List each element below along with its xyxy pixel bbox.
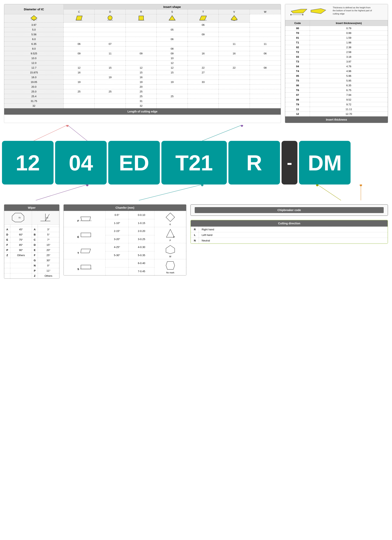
code-cell: 05	[285, 74, 310, 78]
thickness-row: 022.38	[285, 45, 388, 50]
connector-lines-top	[4, 125, 388, 141]
thickness-row: 055.96	[285, 74, 388, 78]
wiper-col1: E	[4, 237, 10, 242]
thickness-row: T66.75	[285, 88, 388, 93]
diameter-cell: 8.0	[4, 46, 64, 51]
thickness-row: T55.95	[285, 78, 388, 83]
wiper-val2: 5°	[38, 232, 59, 237]
thickness-row: 033.18	[285, 55, 388, 59]
wiper-row: N0°	[4, 263, 59, 268]
diameter-cell: 6.0	[4, 37, 64, 42]
chamfer-value: 1-0.15	[129, 219, 154, 227]
col-S-label: S	[157, 10, 188, 14]
icon-C	[4, 14, 64, 23]
cell-R: 12	[125, 65, 156, 70]
chamfer-row: E 2-15°2-0.20 PP	[64, 227, 186, 235]
right-table-wrapper: Thickness is defined as the height from …	[285, 4, 388, 123]
chamfer-row: S 6-0.40 No mark	[64, 259, 186, 267]
svg-text:αn: αn	[46, 217, 48, 219]
cd-code: L	[191, 232, 199, 238]
diameter-cell: 9.525	[4, 51, 64, 56]
wiper-row: D60°B5°	[4, 232, 59, 237]
wiper-col3-header	[32, 225, 38, 227]
wiper-col1: P	[4, 248, 10, 253]
cell-V	[219, 104, 250, 108]
cell-C: 25	[64, 89, 94, 94]
svg-line-26	[139, 185, 202, 200]
svg-line-28	[317, 185, 341, 200]
cell-C	[64, 46, 94, 51]
wiper-icon-right: αn	[32, 211, 59, 225]
wiper-col1: A	[4, 227, 10, 232]
insert-shape-cell: W	[154, 243, 186, 259]
cell-W	[250, 75, 281, 80]
wiper-val2: 30°	[38, 258, 59, 263]
cd-desc: Neutral	[199, 238, 388, 243]
code-block: 04	[55, 141, 107, 185]
svg-point-23	[241, 125, 243, 127]
cell-W	[250, 27, 281, 32]
cell-C: 06	[64, 42, 94, 46]
cell-D	[94, 94, 125, 99]
cell-D	[94, 70, 125, 75]
cutting-dir-header: Cutting direction	[191, 220, 388, 227]
wiper-col1	[4, 273, 10, 279]
thickness-col-header: Insert thickness(mm)	[310, 20, 388, 26]
cell-R	[125, 27, 156, 32]
table-row: 3.9706	[4, 23, 281, 27]
table-row: 12.012	[4, 61, 281, 65]
cell-T	[188, 42, 218, 46]
chamfer-row: T 4-25°4-0.30 W	[64, 243, 186, 251]
cell-T	[188, 61, 218, 65]
svg-marker-44	[81, 249, 91, 253]
cell-W	[250, 89, 281, 94]
cell-V	[219, 46, 250, 51]
cell-S: 06	[157, 37, 188, 42]
cell-T	[188, 56, 218, 61]
cell-T: 22	[188, 65, 218, 70]
cell-V	[219, 56, 250, 61]
icon-S	[125, 14, 156, 23]
diameter-cell: 6.35	[4, 42, 64, 46]
cell-C	[64, 75, 94, 80]
left-table-wrapper: Diameter of IC Insert shape C D R S T V …	[4, 4, 281, 123]
thickness-cell: 11.11	[310, 107, 388, 112]
cell-S	[157, 99, 188, 104]
cell-V	[219, 94, 250, 99]
cell-V: 11	[219, 42, 250, 46]
wiper-val2: 15°	[38, 242, 59, 248]
svg-marker-8	[169, 15, 175, 20]
diameter-cell: 31.75	[4, 99, 64, 104]
cell-W	[250, 70, 281, 75]
cutting-dir-row: NNeutral	[191, 238, 388, 243]
wiper-col1: D	[4, 232, 10, 237]
code-cell: T0	[285, 31, 310, 35]
cell-W	[250, 80, 281, 85]
diameter-header: Diameter of IC	[4, 4, 64, 14]
cell-V	[219, 75, 250, 80]
svg-point-29	[316, 185, 318, 186]
cell-S	[157, 23, 188, 27]
col-V-label: V	[219, 10, 250, 14]
cell-C	[64, 99, 94, 104]
wiper-val1: 75°	[10, 237, 32, 242]
thickness-note: Thickness is defined as the height from …	[333, 6, 372, 15]
cd-desc: Right hand	[199, 227, 388, 232]
table-row: 31.7531	[4, 99, 281, 104]
cell-T	[188, 37, 218, 42]
code-cell: 04	[285, 64, 310, 69]
chamfer-value: 2-0.20	[129, 227, 154, 235]
code-cell: T1	[285, 40, 310, 45]
code-cell: 00	[285, 26, 310, 31]
thickness-cell: 0.99	[310, 31, 388, 35]
insert-shape-cell: No mark	[154, 259, 186, 275]
cell-T	[188, 94, 218, 99]
angle-svg: αn	[39, 212, 52, 223]
col-T-label: T	[188, 10, 218, 14]
cell-V	[219, 61, 250, 65]
wiper-val2: 20°	[38, 248, 59, 253]
cell-R: 31	[125, 99, 156, 104]
cell-C	[64, 85, 94, 89]
cell-C	[64, 23, 94, 27]
cell-W	[250, 85, 281, 89]
